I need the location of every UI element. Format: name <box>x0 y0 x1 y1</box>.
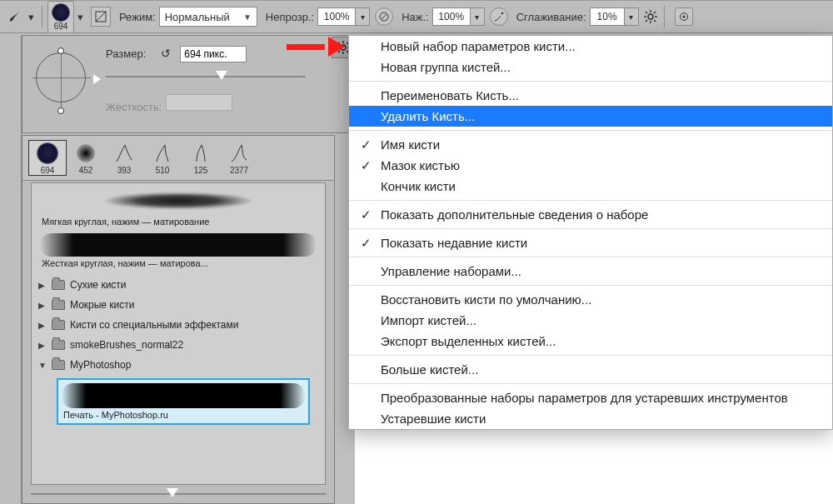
folder-myphotoshop[interactable]: ▼MyPhotoshop <box>32 355 325 375</box>
menu-legacy-brushes[interactable]: Устаревшие кисти <box>349 408 832 429</box>
menu-brush-name[interactable]: Имя кисти <box>349 134 832 155</box>
folder-icon <box>52 340 65 350</box>
left-tool-strip <box>0 35 22 504</box>
opacity-field[interactable]: 100% <box>317 7 356 26</box>
svg-line-8 <box>646 12 647 13</box>
menu-restore-default[interactable]: Восстановить кисти по умолчанию... <box>349 289 832 310</box>
folder-fx[interactable]: ▶Кисти со специальными эффектами <box>32 315 325 335</box>
menu-show-recent[interactable]: Показать недавние кисти <box>349 232 832 253</box>
svg-point-13 <box>682 16 685 18</box>
recent-brush-3[interactable]: 510 <box>144 141 181 175</box>
folder-smoke[interactable]: ▶smokeBrushes_normal22 <box>32 335 325 355</box>
smoothing-gear-icon[interactable] <box>642 8 659 25</box>
folder-icon <box>52 360 65 370</box>
brush-chip-dropdown-icon[interactable]: ▾ <box>74 11 86 23</box>
smoothing-dropdown-icon[interactable]: ▾ <box>624 7 639 26</box>
brush-settings-toggle-icon[interactable] <box>91 7 111 27</box>
menu-get-brushes[interactable]: Больше кистей... <box>349 359 832 380</box>
brush-tool-icon[interactable] <box>5 7 25 27</box>
recent-brush-5[interactable]: 2377 <box>221 141 257 175</box>
folder-dry[interactable]: ▶Сухие кисти <box>32 275 325 295</box>
size-slider[interactable] <box>106 69 306 84</box>
brush-preset-chip[interactable]: 694 <box>47 1 74 33</box>
brush-settings-popover: Размер: ↺ 694 пикс. Жесткость: <box>22 35 355 133</box>
flow-field[interactable]: 100% <box>432 7 471 26</box>
symmetry-icon[interactable] <box>675 7 693 26</box>
flow-label: Наж.: <box>402 11 429 23</box>
size-field[interactable]: 694 пикс. <box>180 46 247 62</box>
svg-point-14 <box>341 45 346 50</box>
chevron-down-icon: ▼ <box>243 12 252 22</box>
brush-browser-panel: 694 452 393 510 125 2377 Мягкая круглая,… <box>22 135 335 504</box>
menu-new-brush-preset[interactable]: Новый набор параметров кисти... <box>349 36 832 57</box>
mode-label: Режим: <box>119 11 156 23</box>
recent-brush-2[interactable]: 393 <box>106 141 142 175</box>
blend-mode-value: Нормальный <box>165 11 230 23</box>
menu-brush-stroke[interactable]: Мазок кистью <box>349 155 832 176</box>
folder-icon <box>52 300 65 310</box>
brush-flyout-menu: Новый набор параметров кисти... Новая гр… <box>348 35 833 430</box>
opacity-pressure-icon[interactable] <box>375 7 393 26</box>
menu-import-brushes[interactable]: Импорт кистей... <box>349 310 832 331</box>
zoom-slider[interactable] <box>31 488 326 500</box>
opacity-label: Непрозр.: <box>266 11 314 23</box>
blend-mode-select[interactable]: Нормальный ▼ <box>159 7 257 27</box>
airbrush-icon[interactable] <box>490 7 508 26</box>
brush-angle-widget[interactable] <box>31 47 97 114</box>
size-label: Размер: <box>106 47 146 60</box>
brush-hard-round[interactable]: Жесткая круглая, нажим — матирова... <box>37 233 320 272</box>
recent-brush-1[interactable]: 452 <box>67 141 104 175</box>
menu-rename-brush[interactable]: Переименовать Кисть... <box>349 85 832 106</box>
hardness-label: Жесткость: <box>106 101 162 113</box>
smoothing-label: Сглаживание: <box>516 11 586 23</box>
tool-preset-dropdown-icon[interactable]: ▾ <box>25 11 37 23</box>
folder-icon <box>52 320 65 330</box>
menu-new-brush-group[interactable]: Новая группа кистей... <box>349 57 832 77</box>
svg-line-10 <box>654 12 656 13</box>
recent-brush-4[interactable]: 125 <box>182 141 219 175</box>
reset-size-icon[interactable]: ↺ <box>158 46 173 61</box>
svg-line-11 <box>646 20 647 22</box>
recent-brush-0[interactable]: 694 <box>29 141 66 175</box>
menu-show-preset-info[interactable]: Показать дополнительные сведения о набор… <box>349 204 832 225</box>
opacity-dropdown-icon[interactable]: ▾ <box>355 7 370 26</box>
menu-brush-tip[interactable]: Кончик кисти <box>349 176 832 197</box>
menu-delete-brush[interactable]: Удалить Кисть... <box>349 106 832 127</box>
brush-chip-size: 694 <box>54 22 68 31</box>
svg-line-9 <box>654 20 656 22</box>
brush-list[interactable]: Мягкая круглая, нажим — матирование Жест… <box>31 182 326 485</box>
folder-wet[interactable]: ▶Мокрые кисти <box>32 295 325 315</box>
menu-preset-manager[interactable]: Управление наборами... <box>349 261 832 282</box>
smoothing-field[interactable]: 10% <box>590 7 625 26</box>
hardness-field <box>166 94 232 111</box>
menu-export-brushes[interactable]: Экспорт выделенных кистей... <box>349 331 832 352</box>
svg-line-19 <box>338 42 340 44</box>
recent-brushes-row: 694 452 393 510 125 2377 <box>22 136 334 181</box>
folder-icon <box>52 280 65 290</box>
options-bar: ▾ 694 ▾ Режим: Нормальный ▼ Непрозр.: 10… <box>0 0 833 33</box>
menu-converted-legacy[interactable]: Преобразованные наборы параметров для ус… <box>349 387 832 408</box>
selected-brush[interactable]: Печать - MyPhotoshop.ru <box>57 378 310 425</box>
flow-dropdown-icon[interactable]: ▾ <box>470 7 485 26</box>
svg-point-2 <box>501 12 503 15</box>
svg-line-22 <box>338 51 340 52</box>
brush-soft-round[interactable]: Мягкая круглая, нажим — матирование <box>37 187 320 230</box>
svg-point-3 <box>648 14 653 19</box>
